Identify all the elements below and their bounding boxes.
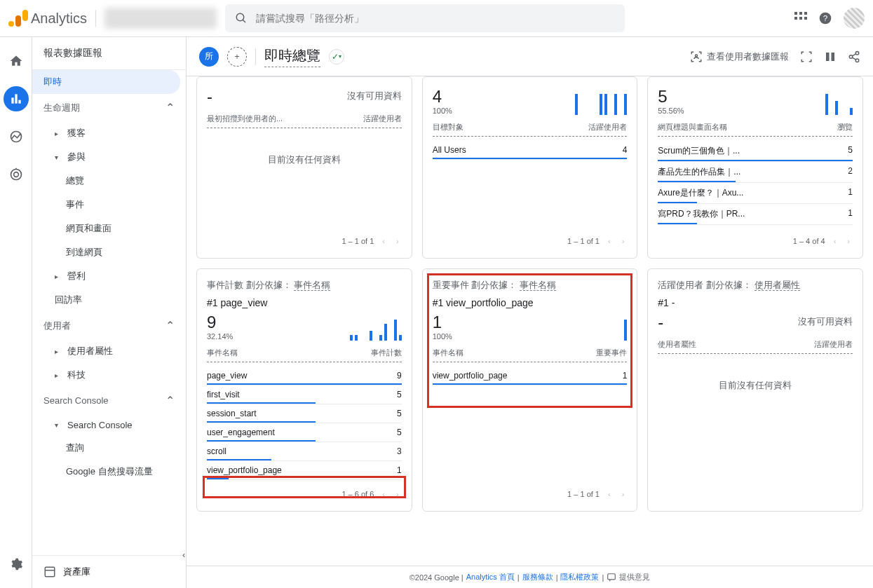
stat-number: - (658, 313, 663, 332)
pager-next-icon[interactable]: › (393, 487, 402, 501)
svg-rect-12 (18, 100, 20, 104)
footer-link-home[interactable]: Analytics 首頁 (466, 572, 515, 582)
sidebar-header: 報表數據匯報 (32, 37, 186, 70)
share-icon[interactable] (848, 50, 860, 63)
nav-user-attr[interactable]: ▸使用者屬性 (32, 339, 186, 363)
svg-rect-2 (794, 12, 797, 15)
apps-grid-icon[interactable] (794, 12, 807, 25)
pager-next-icon[interactable]: › (844, 234, 853, 248)
brand-text: Analytics (31, 11, 87, 27)
chevron-up-icon: ⌃ (165, 101, 175, 114)
no-data-label: 沒有可用資料 (347, 87, 402, 105)
svg-rect-4 (804, 12, 807, 15)
nav-search-console[interactable]: ▾Search Console (32, 414, 186, 436)
fullscreen-icon[interactable] (800, 50, 813, 63)
sidebar: 報表數據匯報 即時 生命週期⌃ ▸獲客 ▾參與 總覽 事件 網頁和畫面 到達網頁… (32, 37, 187, 588)
nav-realtime[interactable]: 即時 (32, 70, 180, 94)
sparkline-chart (769, 87, 853, 115)
add-comparison-button[interactable]: + (227, 47, 247, 67)
stat-percent: 55.56% (658, 107, 684, 115)
highlight-annotation (427, 273, 633, 408)
svg-point-15 (13, 172, 18, 177)
svg-line-1 (243, 20, 245, 22)
rail-explore-icon[interactable] (4, 124, 29, 149)
rail-home-icon[interactable] (4, 48, 29, 74)
table-row[interactable]: scroll3 (207, 442, 402, 461)
section-search-console[interactable]: Search Console⌃ (32, 387, 186, 414)
footer-link-privacy[interactable]: 隱私權政策 (560, 572, 599, 582)
nav-engagement[interactable]: ▾參與 (32, 145, 186, 169)
help-icon[interactable]: ? (818, 11, 832, 25)
table-row[interactable]: session_start5 (207, 404, 402, 423)
stat-number: - (207, 87, 212, 107)
nav-sc-organic[interactable]: Google 自然搜尋流量 (32, 460, 186, 484)
chevron-right-icon: ▸ (55, 130, 67, 137)
stat-percent: 32.14% (207, 332, 233, 341)
rail-settings-icon[interactable] (4, 552, 29, 577)
pager-prev-icon[interactable]: ‹ (379, 234, 388, 248)
nav-tech[interactable]: ▸科技 (32, 363, 186, 387)
account-selector[interactable] (104, 8, 217, 29)
pager-next-icon[interactable]: › (393, 234, 402, 248)
search-icon (235, 12, 248, 25)
pager-next-icon[interactable]: › (619, 487, 628, 501)
search-box[interactable] (225, 4, 625, 32)
top-bar: Analytics ? (0, 0, 873, 37)
pager-prev-icon[interactable]: ‹ (831, 234, 839, 248)
footer-link-feedback[interactable]: 提供意見 (619, 572, 650, 582)
collapse-sidebar-icon[interactable]: ‹ (182, 549, 185, 560)
logo[interactable]: Analytics (8, 10, 87, 27)
table-row[interactable]: All Users4 (433, 141, 628, 160)
table-row[interactable]: view_portfolio_page1 (207, 461, 402, 480)
sparkline-chart (543, 87, 627, 115)
chevron-right-icon: ▸ (55, 348, 67, 355)
footer-link-terms[interactable]: 服務條款 (522, 572, 553, 582)
divider (255, 48, 256, 65)
icon-rail (0, 37, 32, 588)
table-row[interactable]: 寫PRD？我教你｜PR...1 (658, 204, 853, 225)
pager-prev-icon[interactable]: ‹ (605, 487, 614, 501)
user-avatar[interactable] (844, 8, 865, 29)
section-user[interactable]: 使用者⌃ (32, 312, 186, 339)
table-row[interactable]: page_view9 (207, 367, 402, 385)
nav-eng-events[interactable]: 事件 (32, 193, 186, 217)
rail-advertising-icon[interactable] (4, 162, 29, 187)
nav-eng-overview[interactable]: 總覽 (32, 169, 186, 193)
table-row[interactable]: user_engagement5 (207, 423, 402, 442)
nav-retention[interactable]: 回訪率 (32, 288, 186, 312)
pager-prev-icon[interactable]: ‹ (379, 487, 388, 501)
nav-eng-pages[interactable]: 網頁和畫面 (32, 217, 186, 240)
chevron-right-icon: ▸ (55, 371, 67, 379)
nav-eng-landing[interactable]: 到達網頁 (32, 240, 186, 264)
sidebar-library[interactable]: 資產庫 (32, 555, 186, 588)
status-check-icon[interactable]: ✓▾ (329, 49, 344, 64)
top-item-label: #1 page_view (207, 297, 402, 308)
sparkline-chart (318, 313, 402, 341)
card-page-titles: 555.56% 網頁標題與畫面名稱瀏覽 Scrum的三個角色｜...5 產品先生… (647, 76, 863, 259)
svg-rect-11 (15, 94, 17, 103)
table-row[interactable]: first_visit5 (207, 385, 402, 404)
table-row[interactable]: 產品先生的作品集｜...2 (658, 162, 853, 183)
svg-text:?: ? (823, 13, 828, 22)
svg-point-24 (855, 59, 859, 62)
nav-monetization[interactable]: ▸營利 (32, 264, 186, 288)
svg-line-25 (852, 53, 855, 55)
empty-state: 目前沒有任何資料 (207, 132, 402, 187)
table-row[interactable]: Axure是什麼？｜Axu...1 (658, 183, 853, 204)
rail-reports-icon[interactable] (4, 86, 29, 111)
search-input[interactable] (256, 13, 615, 24)
view-snapshot-button[interactable]: 查看使用者數據匯報 (690, 50, 789, 63)
stat-number: 5 (658, 87, 684, 107)
pager-prev-icon[interactable]: ‹ (605, 234, 614, 248)
compare-icon[interactable] (824, 50, 837, 63)
card-event-count: 事件計數 劃分依據： 事件名稱 #1 page_view 932.14% 事件名… (196, 268, 412, 512)
all-users-chip[interactable]: 所 (199, 47, 219, 67)
svg-point-0 (236, 13, 244, 21)
pager-next-icon[interactable]: › (619, 234, 628, 248)
table-row[interactable]: view_portfolio_page1 (433, 367, 628, 385)
nav-acquisition[interactable]: ▸獲客 (32, 121, 186, 145)
nav-sc-queries[interactable]: 查詢 (32, 436, 186, 460)
section-lifecycle[interactable]: 生命週期⌃ (32, 94, 186, 121)
table-row[interactable]: Scrum的三個角色｜...5 (658, 141, 853, 162)
chevron-up-icon: ⌃ (165, 319, 175, 332)
